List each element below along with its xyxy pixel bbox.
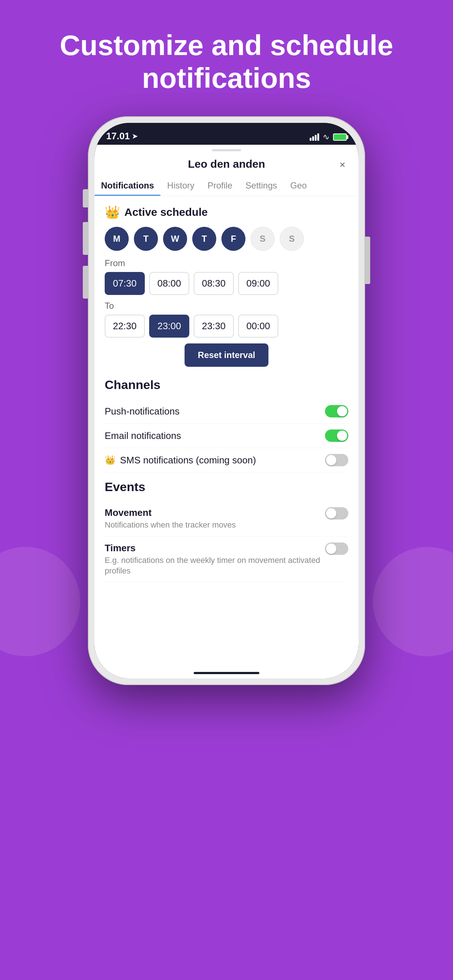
- status-time: 17.01 ➤: [106, 130, 137, 142]
- to-time-2230[interactable]: 22:30: [105, 315, 145, 337]
- power-button: [365, 237, 370, 284]
- crown-icon: 👑: [105, 205, 120, 220]
- sms-label: SMS notifications (coming soon): [120, 455, 256, 466]
- status-icons: ∿: [309, 132, 347, 142]
- day-tuesday[interactable]: T: [134, 227, 158, 251]
- wifi-icon: ∿: [323, 132, 329, 142]
- to-time-2330[interactable]: 23:30: [194, 315, 234, 337]
- modal-title: Leo den anden: [188, 158, 265, 170]
- from-time-0830[interactable]: 08:30: [194, 272, 234, 295]
- from-time-0900[interactable]: 09:00: [238, 272, 278, 295]
- toggle-thumb-sms: [326, 455, 336, 465]
- movement-text: Movement Notifications when the tracker …: [105, 507, 325, 530]
- day-monday[interactable]: M: [105, 227, 129, 251]
- sms-crown-icon: 👑: [105, 455, 116, 465]
- to-time-slots: 22:30 23:00 23:30 00:00: [105, 315, 348, 337]
- to-time-2300[interactable]: 23:00: [149, 315, 189, 337]
- movement-title: Movement: [105, 507, 325, 519]
- signal-icon: [309, 134, 319, 141]
- movement-event-row: Movement Notifications when the tracker …: [105, 501, 348, 537]
- sms-notifications-row: 👑 SMS notifications (coming soon): [105, 448, 348, 473]
- timers-text: Timers E.g. notifications on the weekly …: [105, 542, 325, 576]
- days-row: M T W T F: [105, 227, 348, 251]
- to-time-0000[interactable]: 00:00: [238, 315, 278, 337]
- silent-switch: [83, 189, 88, 207]
- timers-event-row: Timers E.g. notifications on the weekly …: [105, 537, 348, 582]
- modal-header: Leo den anden ×: [94, 154, 359, 175]
- modal-sheet: Leo den anden × Notifications History Pr…: [94, 145, 359, 678]
- tab-settings[interactable]: Settings: [239, 175, 284, 196]
- signal-bar-4: [317, 134, 319, 141]
- battery-icon: [333, 134, 347, 141]
- phone-frame: 17.01 ➤ ∿ ⚬: [88, 116, 365, 685]
- tab-notifications[interactable]: Notifications: [94, 175, 161, 196]
- page-header: Customize and schedule notifications: [0, 0, 453, 116]
- email-notifications-toggle[interactable]: [325, 430, 348, 442]
- channels-section: Channels Push-notifications: [105, 378, 348, 473]
- signal-bar-1: [309, 138, 311, 141]
- toggle-thumb-email: [337, 431, 347, 441]
- email-label-group: Email notifications: [105, 430, 181, 442]
- toggle-thumb: [337, 406, 347, 416]
- day-saturday[interactable]: S: [250, 227, 274, 251]
- push-label-group: Push-notifications: [105, 406, 179, 417]
- day-sunday[interactable]: S: [280, 227, 304, 251]
- push-notifications-toggle[interactable]: [325, 405, 348, 417]
- movement-subtitle: Notifications when the tracker moves: [105, 520, 325, 530]
- toggle-thumb-timers: [326, 544, 336, 554]
- page-title: Customize and schedule notifications: [0, 29, 453, 94]
- tab-profile[interactable]: Profile: [201, 175, 239, 196]
- email-notifications-row: Email notifications: [105, 424, 348, 448]
- timers-toggle[interactable]: [325, 542, 348, 555]
- from-label: From: [105, 258, 348, 268]
- phone-screen: 17.01 ➤ ∿ ⚬: [94, 123, 359, 678]
- day-friday[interactable]: F: [222, 227, 246, 251]
- reset-interval-button[interactable]: Reset interval: [185, 344, 268, 367]
- signal-bar-2: [312, 136, 314, 141]
- from-time-slots: 07:30 08:00 08:30 09:00: [105, 272, 348, 295]
- movement-toggle[interactable]: [325, 507, 348, 520]
- notifications-content: 👑 Active schedule M T: [94, 196, 359, 591]
- channels-title: Channels: [105, 378, 348, 392]
- screen-content: ⚬ Copenhagen Trackers Leo den anden × No…: [94, 145, 359, 678]
- signal-bar-3: [315, 135, 317, 141]
- day-thursday[interactable]: T: [192, 227, 216, 251]
- sms-notifications-toggle[interactable]: [325, 454, 348, 466]
- schedule-header: 👑 Active schedule: [105, 205, 348, 220]
- events-section: Events Movement Notifications when the t…: [105, 480, 348, 582]
- sms-label-group: 👑 SMS notifications (coming soon): [105, 455, 256, 466]
- toggle-thumb-movement: [326, 508, 336, 519]
- day-wednesday[interactable]: W: [163, 227, 187, 251]
- tab-bar: Notifications History Profile Settings G: [94, 175, 359, 196]
- volume-up-button: [83, 222, 88, 255]
- timers-subtitle: E.g. notifications on the weekly timer o…: [105, 555, 325, 576]
- to-label: To: [105, 301, 348, 311]
- email-label: Email notifications: [105, 430, 181, 442]
- push-notifications-row: Push-notifications: [105, 399, 348, 424]
- home-indicator: [194, 672, 259, 674]
- tab-geo[interactable]: Geo: [284, 175, 313, 196]
- drag-handle: [212, 149, 241, 151]
- volume-down-button: [83, 266, 88, 299]
- phone-notch: [175, 123, 278, 137]
- timers-title: Timers: [105, 542, 325, 554]
- tab-history[interactable]: History: [161, 175, 201, 196]
- push-label: Push-notifications: [105, 406, 179, 417]
- location-arrow-icon: ➤: [132, 132, 137, 140]
- close-button[interactable]: ×: [335, 158, 350, 172]
- events-title: Events: [105, 480, 348, 494]
- from-time-0730[interactable]: 07:30: [105, 272, 145, 295]
- schedule-title: Active schedule: [124, 206, 207, 218]
- from-time-0800[interactable]: 08:00: [149, 272, 189, 295]
